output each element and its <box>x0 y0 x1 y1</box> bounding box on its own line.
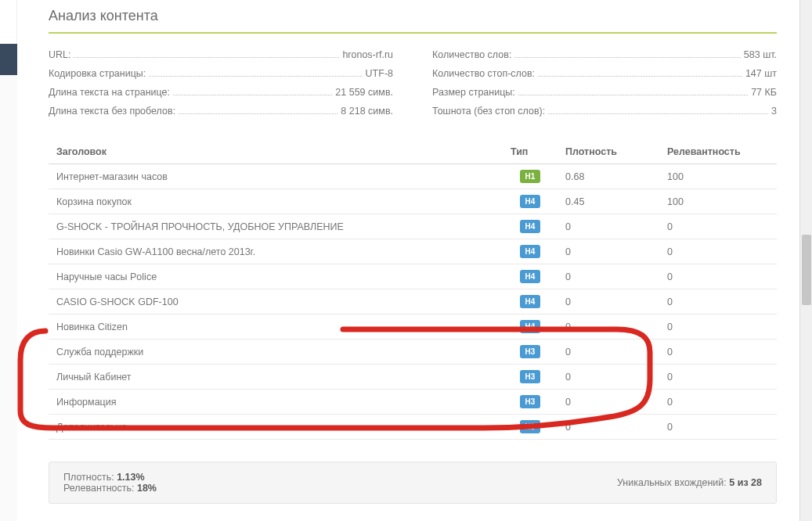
cell-type: H4 <box>503 314 558 340</box>
cell-title: Новинка Citizen <box>49 314 503 340</box>
headings-table: Заголовок Тип Плотность Релевантность Ин… <box>49 140 777 440</box>
cell-title: Наручные часы Police <box>49 264 503 289</box>
meta-dots <box>179 113 337 114</box>
meta-label: Количество слов: <box>432 49 511 60</box>
meta-dots <box>548 113 768 114</box>
meta-label: Длина текста на странице: <box>49 87 170 98</box>
meta-row: Тошнота (без стоп слов):3 <box>432 106 777 117</box>
cell-relevance: 100 <box>659 164 777 189</box>
meta-row: Количество стоп-слов:147 шт <box>432 68 777 79</box>
heading-type-badge: H4 <box>520 245 540 258</box>
meta-dots <box>74 57 339 58</box>
summary-density-value: 1.13% <box>117 472 144 483</box>
meta-value: hronos-rf.ru <box>342 49 393 60</box>
meta-row: Количество слов:583 шт. <box>432 49 777 60</box>
cell-type: H4 <box>503 214 558 239</box>
heading-type-badge: H3 <box>520 395 540 408</box>
cell-type: H4 <box>503 289 558 314</box>
summary-relevance-value: 18% <box>137 483 157 494</box>
meta-dots <box>173 95 332 95</box>
cell-density: 0 <box>558 314 659 340</box>
meta-col-right: Количество слов:583 шт.Количество стоп-с… <box>432 49 777 124</box>
cell-density: 0 <box>558 390 659 415</box>
cell-relevance: 0 <box>659 239 777 264</box>
col-header-title: Заголовок <box>49 140 503 164</box>
main-content: Анализ контента URL:hronos-rf.ruКодировк… <box>49 8 777 504</box>
table-row: Интернет-магазин часовH10.68100 <box>49 164 777 189</box>
meta-row: Кодировка страницы:UTF-8 <box>49 68 393 79</box>
cell-title: G-SHOCK - ТРОЙНАЯ ПРОЧНОСТЬ, УДОБНОЕ УПР… <box>49 214 503 239</box>
cell-density: 0 <box>558 214 659 239</box>
meta-row: Длина текста без пробелов:8 218 симв. <box>49 106 393 117</box>
meta-value: 77 КБ <box>751 87 777 98</box>
heading-type-badge: H4 <box>520 195 540 208</box>
heading-type-badge: H4 <box>520 220 540 233</box>
heading-type-badge: H3 <box>520 370 540 383</box>
heading-type-badge: H4 <box>520 320 540 333</box>
meta-label: URL: <box>49 49 70 60</box>
heading-type-badge: H4 <box>520 295 540 308</box>
cell-density: 0 <box>558 415 659 440</box>
table-row: Личный КабинетH300 <box>49 365 777 390</box>
table-row: CASIO G-SHOCK GDF-100H400 <box>49 289 777 314</box>
col-header-relevance: Релевантность <box>659 140 777 164</box>
meta-label: Кодировка страницы: <box>49 68 146 79</box>
summary-density-label: Плотность: <box>63 472 114 483</box>
left-gutter <box>0 0 17 521</box>
cell-title: Корзина покупок <box>49 189 503 214</box>
cell-title: CASIO G-SHOCK GDF-100 <box>49 289 503 314</box>
heading-type-badge: H1 <box>520 170 540 183</box>
cell-relevance: 0 <box>659 390 777 415</box>
heading-type-badge: H3 <box>520 420 540 433</box>
meta-value: UTF-8 <box>366 68 393 79</box>
cell-relevance: 0 <box>659 365 777 390</box>
meta-label: Тошнота (без стоп слов): <box>432 106 545 117</box>
meta-col-left: URL:hronos-rf.ruКодировка страницы:UTF-8… <box>49 49 393 124</box>
cell-relevance: 0 <box>659 415 777 440</box>
meta-value: 147 шт <box>745 68 777 79</box>
meta-dots <box>518 95 748 95</box>
summary-unique-label: Уникальных вхождений: <box>617 477 727 488</box>
cell-title: Новинки Casio GW-A1100 весна/лето 2013г. <box>49 239 503 264</box>
cell-density: 0 <box>558 264 659 289</box>
cell-title: Интернет-магазин часов <box>49 164 503 189</box>
cell-density: 0 <box>558 340 659 365</box>
table-body: Интернет-магазин часовH10.68100Корзина п… <box>49 164 777 440</box>
left-gutter-light <box>0 0 17 44</box>
table-row: Корзина покупокH40.45100 <box>49 189 777 214</box>
table-row: Наручные часы PoliceH400 <box>49 264 777 289</box>
table-row: G-SHOCK - ТРОЙНАЯ ПРОЧНОСТЬ, УДОБНОЕ УПР… <box>49 214 777 239</box>
cell-type: H4 <box>503 264 558 289</box>
cell-type: H1 <box>503 164 558 189</box>
meta-grid: URL:hronos-rf.ruКодировка страницы:UTF-8… <box>49 49 777 124</box>
summary-relevance-label: Релевантность: <box>63 483 134 494</box>
page-title: Анализ контента <box>49 8 777 34</box>
cell-type: H4 <box>503 239 558 264</box>
cell-type: H4 <box>503 189 558 214</box>
cell-type: H3 <box>503 365 558 390</box>
cell-relevance: 0 <box>659 289 777 314</box>
cell-title: Личный Кабинет <box>49 365 503 390</box>
summary-box: Плотность: 1.13% Релевантность: 18% Уник… <box>49 462 777 504</box>
meta-dots <box>514 57 740 58</box>
cell-type: H3 <box>503 415 558 440</box>
cell-type: H3 <box>503 340 558 365</box>
meta-row: URL:hronos-rf.ru <box>49 49 393 60</box>
table-header-row: Заголовок Тип Плотность Релевантность <box>49 140 777 164</box>
cell-density: 0 <box>558 365 659 390</box>
cell-relevance: 0 <box>659 264 777 289</box>
cell-title: Дополнительно <box>49 415 503 440</box>
vertical-scrollbar[interactable] <box>799 0 812 521</box>
table-row: Служба поддержкиH300 <box>49 340 777 365</box>
meta-row: Размер страницы:77 КБ <box>432 87 777 98</box>
cell-type: H3 <box>503 390 558 415</box>
summary-right: Уникальных вхождений: 5 из 28 <box>617 477 762 488</box>
scrollbar-thumb[interactable] <box>802 235 811 305</box>
cell-relevance: 0 <box>659 314 777 340</box>
meta-label: Количество стоп-слов: <box>432 68 535 79</box>
meta-value: 8 218 симв. <box>341 106 393 117</box>
cell-density: 0.68 <box>558 164 659 189</box>
table-row: ДополнительноH300 <box>49 415 777 440</box>
cell-density: 0 <box>558 239 659 264</box>
summary-left: Плотность: 1.13% Релевантность: 18% <box>63 472 157 494</box>
